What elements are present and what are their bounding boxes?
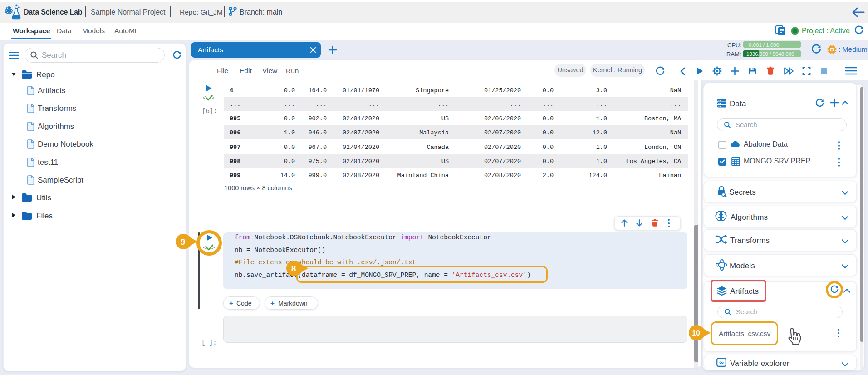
- svg-text:10: 10: [692, 329, 700, 337]
- svg-text:∞: ∞: [719, 359, 724, 366]
- svg-text:8: 8: [291, 264, 296, 273]
- svg-text:9: 9: [181, 237, 186, 247]
